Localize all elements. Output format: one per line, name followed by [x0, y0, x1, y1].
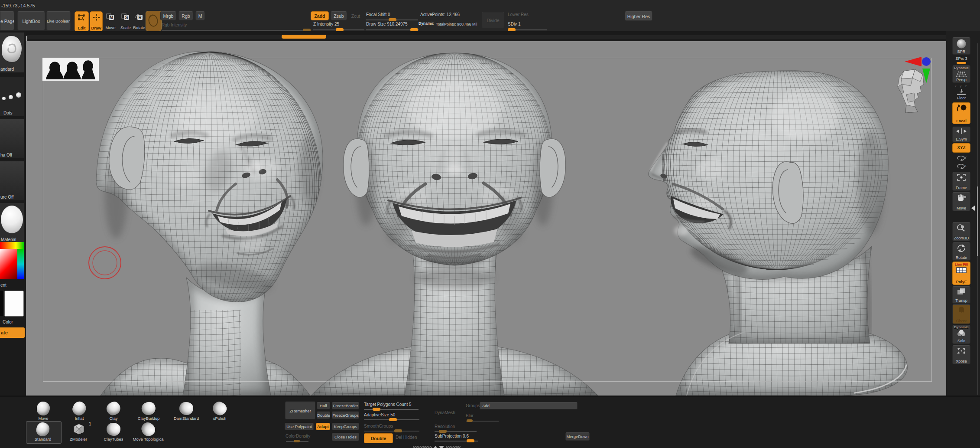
rotate-button[interactable]: R Rotate [132, 11, 146, 31]
zadd-button[interactable]: Zadd [311, 11, 329, 20]
tray-scroll-up-icon[interactable] [433, 446, 438, 448]
brush-item-clay[interactable]: Clay [100, 401, 127, 422]
zremesher-button[interactable]: ZRemesher [285, 402, 315, 419]
stroke-thumbnail-dots[interactable]: Dots [0, 77, 24, 116]
switch-color-button[interactable]: ate [0, 327, 25, 338]
adapt-button[interactable]: Adapt [316, 423, 330, 430]
sdiv-slider[interactable] [508, 29, 547, 30]
dynamic-badge[interactable]: Dynamic [419, 21, 434, 26]
draw-button[interactable]: Draw [90, 11, 103, 32]
freeze-groups-button[interactable]: FreezeGroups [332, 412, 359, 419]
zoom3d-button[interactable]: Zoom3D [952, 222, 970, 241]
color-picker[interactable] [0, 242, 24, 283]
adaptive-size-slider[interactable] [364, 419, 419, 420]
axis-z-icon[interactable] [922, 57, 931, 66]
tray-scroll-hatch-right[interactable] [446, 446, 461, 448]
tray-collapse-arrow-icon[interactable] [971, 206, 975, 211]
polyframe-icon [953, 266, 970, 276]
floor-button[interactable]: x y zFloor [952, 84, 970, 101]
axis-x-icon[interactable] [905, 57, 922, 66]
rgb-button[interactable]: Rgb [178, 11, 193, 20]
tray-scroll-hatch-left[interactable] [413, 446, 432, 448]
blur-slider[interactable] [466, 421, 499, 422]
double-small-button[interactable]: Double [317, 412, 330, 419]
lightbox-button[interactable]: LightBox [17, 11, 45, 30]
m-button[interactable]: M [195, 11, 205, 20]
sv-square[interactable] [0, 249, 17, 279]
color-density-slider[interactable] [286, 441, 308, 442]
sub-projection-slider[interactable] [435, 441, 478, 441]
frame-button[interactable]: Frame [952, 172, 970, 191]
material-quick-pick[interactable] [146, 11, 162, 31]
material-thumbnail[interactable]: Material [0, 203, 24, 243]
brush-item-standard[interactable]: Standard [26, 422, 60, 442]
viewport[interactable] [26, 41, 949, 396]
resolution-slider[interactable] [435, 431, 477, 432]
del-hidden-button[interactable]: Del Hidden [396, 435, 417, 440]
rotate-z-button[interactable]: Z [952, 161, 970, 170]
lower-res-button[interactable]: Lower Res [508, 12, 529, 17]
keep-groups-button[interactable]: KeepGroups [332, 423, 359, 430]
zcut-button[interactable]: Zcut [349, 11, 363, 20]
lsym-button[interactable]: L.Sym [952, 127, 970, 142]
ghost-button[interactable]: Ghost [952, 304, 970, 324]
document-preview-thumbnail[interactable] [42, 58, 99, 81]
texture-thumbnail[interactable]: ure Off [0, 161, 24, 200]
double-big-button[interactable]: Double [364, 433, 393, 443]
color-density-label[interactable]: ColorDensity [286, 434, 310, 438]
rgb-intensity-slider[interactable] [162, 30, 311, 31]
toolbar-scrollbar-thumb[interactable] [282, 35, 326, 39]
brush-thumbnail-standard[interactable]: andard [0, 33, 24, 72]
toolbar-scrollbar[interactable] [0, 35, 980, 40]
use-polypaint-button[interactable]: Use Polypaint [285, 423, 314, 430]
draw-size-slider[interactable] [366, 29, 419, 30]
xyz-button[interactable]: XYZ [952, 143, 970, 153]
half-button[interactable]: Half [317, 402, 330, 409]
brush-item-spolish[interactable]: sPolish [206, 401, 234, 422]
brush-item-move[interactable]: Move [29, 401, 57, 422]
persp-button[interactable]: DynamicPersp [952, 65, 970, 83]
hue-column[interactable] [17, 249, 24, 279]
spix-button[interactable]: SPix 3 [952, 56, 970, 65]
mrgb-button[interactable]: Mrgb [160, 11, 176, 20]
transp-button[interactable]: Transp [952, 286, 970, 304]
scale-button[interactable]: S Scale [119, 11, 132, 31]
brush-item-claybuildup[interactable]: ClayBuildup [135, 401, 162, 422]
solo-button[interactable]: DynamicSolo [952, 325, 970, 344]
secondary-color-swatch[interactable] [0, 291, 3, 316]
tab-page[interactable]: e Page [0, 11, 14, 30]
freeze-border-button[interactable]: FreezeBorder [332, 402, 359, 409]
tray-scroll-down-icon[interactable] [439, 446, 444, 448]
smooth-groups-slider[interactable] [364, 431, 419, 432]
edit-button[interactable]: Edit [75, 11, 89, 32]
right-scrollbar-thumb[interactable] [977, 186, 978, 256]
hue-bar[interactable] [0, 242, 24, 249]
target-polygons-slider[interactable] [364, 409, 419, 410]
main-color-swatch[interactable] [4, 291, 24, 317]
z-intensity-slider[interactable] [313, 29, 364, 30]
rotate-y-button[interactable]: Y [952, 153, 970, 161]
brush-item-damstandard[interactable]: DamStandard [172, 401, 200, 422]
zsub-button[interactable]: Zsub [331, 11, 347, 20]
focal-shift-slider[interactable] [366, 20, 418, 20]
polyf-button[interactable]: Line FillPolyF [952, 262, 970, 285]
spix-slider[interactable] [957, 62, 966, 64]
dynamesh-label[interactable]: DynaMesh [435, 410, 455, 415]
alpha-thumbnail[interactable]: ha Off [0, 119, 24, 158]
groups-add-field[interactable]: Add [480, 402, 578, 409]
brush-item-claytubes[interactable]: ClayTubes [96, 422, 131, 442]
merge-down-button[interactable]: MergeDown [565, 432, 590, 441]
move-button[interactable]: M Move [104, 11, 117, 31]
local-button[interactable]: Local [952, 102, 970, 124]
brush-item-move-topologica[interactable]: Move Topologica [131, 422, 165, 442]
nav-gizmo[interactable] [887, 56, 944, 130]
higher-res-button[interactable]: Higher Res [625, 11, 652, 21]
bpr-button[interactable]: BPR [952, 37, 970, 55]
divide-button[interactable]: Divide [482, 12, 504, 28]
rotate-button[interactable]: Rotate [952, 242, 970, 261]
live-boolean-button[interactable]: Live Boolean [46, 11, 71, 30]
xpose-button[interactable]: Xpose [952, 345, 970, 364]
move-button[interactable]: Move [952, 192, 970, 211]
close-holes-button[interactable]: Close Holes [332, 433, 359, 441]
brush-item-inflat[interactable]: Inflat [65, 401, 93, 422]
